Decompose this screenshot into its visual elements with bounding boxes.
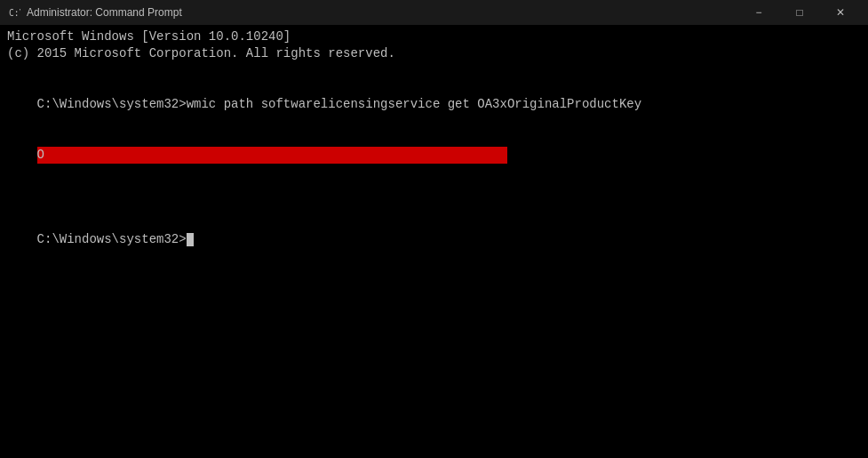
output-line-3 [7, 62, 861, 79]
window-controls: − □ ✕ [738, 0, 861, 25]
blank-line-2 [7, 197, 861, 214]
command-line-current: C:\Windows\system32> [7, 214, 861, 265]
console-body: Microsoft Windows [Version 10.0.10240] (… [0, 25, 868, 458]
minimize-button[interactable]: − [738, 0, 779, 25]
command-line-wmic: C:\Windows\system32>wmic path softwareli… [7, 79, 861, 130]
close-button[interactable]: ✕ [820, 0, 861, 25]
svg-text:C:\: C:\ [9, 8, 20, 18]
cmd-icon: C:\ [7, 5, 21, 20]
command-wmic: wmic path softwarelicensingservice get O… [187, 97, 641, 111]
window-title: Administrator: Command Prompt [27, 6, 738, 19]
output-line-2: (c) 2015 Microsoft Corporation. All righ… [7, 45, 861, 62]
blank-line-1 [7, 181, 861, 197]
cursor [187, 233, 194, 246]
prompt-1: C:\Windows\system32> [37, 97, 187, 111]
highlighted-output: O [37, 147, 507, 164]
output-highlighted: O [7, 130, 861, 181]
maximize-button[interactable]: □ [779, 0, 820, 25]
output-line-1: Microsoft Windows [Version 10.0.10240] [7, 28, 861, 45]
prompt-2: C:\Windows\system32> [37, 232, 187, 246]
title-bar: C:\ Administrator: Command Prompt − □ ✕ [0, 0, 868, 25]
